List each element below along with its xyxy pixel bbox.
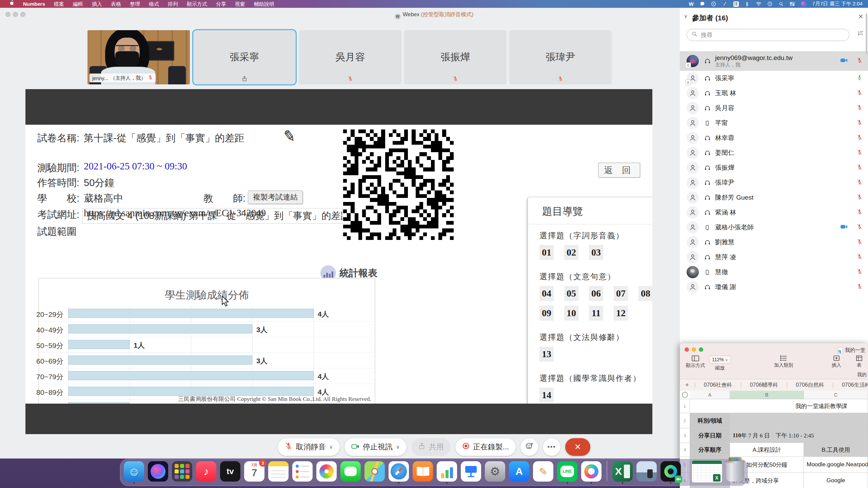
back-button[interactable]: 返 回	[598, 163, 640, 178]
select-all-corner[interactable]	[680, 391, 690, 399]
question-chip-13[interactable]: 13	[539, 347, 554, 362]
dock-item-maps[interactable]	[364, 461, 385, 484]
question-chip-09[interactable]: 09	[539, 306, 554, 321]
mic-muted-icon[interactable]	[856, 268, 863, 276]
table-button[interactable]: 表	[856, 355, 862, 368]
line-icon[interactable]	[700, 1, 705, 7]
participant-row-張振燁[interactable]: 張振燁	[680, 160, 868, 175]
participant-row-紫涵 林[interactable]: 紫涵 林	[680, 205, 868, 220]
column-header-c[interactable]: C	[804, 391, 868, 399]
mic-muted-icon[interactable]	[856, 119, 863, 127]
dock-item-books[interactable]	[413, 461, 433, 484]
sheet-row-1[interactable]: 1 我的一堂遠距教學課	[680, 399, 868, 413]
dock-item-preview[interactable]	[636, 461, 657, 484]
sheet-tab-0706自然科[interactable]: 0706自然科	[788, 382, 832, 389]
participant-row-慧萍 凌[interactable]: 慧萍 凌	[680, 250, 868, 265]
zoom-control[interactable]: 112% ∨ 縮放	[709, 355, 731, 371]
participant-row-玉珉 林[interactable]: 玉珉 林	[680, 86, 868, 101]
sheet-row-4[interactable]: 4 分享順序 A.課程設計 B.工具使用	[680, 443, 868, 457]
dock-item-keynote[interactable]	[461, 461, 481, 484]
participant-row-瓊儀 謝[interactable]: 瓊儀 謝	[680, 280, 868, 294]
view-button[interactable]: 顯示方式	[686, 355, 705, 369]
dock-item-webex-meet[interactable]	[660, 461, 681, 484]
menubar-item-排列[interactable]: 排列	[163, 0, 182, 8]
mic-muted-icon[interactable]	[856, 104, 863, 112]
mic-muted-icon[interactable]	[856, 194, 863, 201]
menubar-item-顯示方式[interactable]: 顯示方式	[182, 0, 212, 8]
close-panel-icon[interactable]: ✕	[858, 13, 863, 20]
video-tile-張振燁[interactable]: 張振燁	[404, 30, 507, 84]
add-sheet-button[interactable]: +	[680, 382, 694, 389]
dock-item-appstore[interactable]: A	[509, 461, 529, 484]
edit-pencil-icon[interactable]: ✎	[282, 127, 297, 146]
question-chip-05[interactable]: 05	[564, 286, 578, 301]
menubar-app-name[interactable]: Numbers	[19, 0, 50, 8]
sheet-row-2[interactable]: 2 科別/領域	[680, 413, 868, 428]
mic-muted-icon[interactable]	[856, 283, 863, 291]
dock-item-launchpad[interactable]	[172, 461, 192, 484]
add-category-button[interactable]: 加入類別	[774, 355, 793, 368]
sheet-row-3[interactable]: 3 分享日期 110 年 7 月 6 日 下午 1:10 - 2:45	[680, 428, 868, 443]
dock-item-excel-window[interactable]: X	[692, 460, 722, 485]
recording-button[interactable]: 正在錄製...	[455, 438, 516, 456]
dock-item-calendar[interactable]: 7月73	[244, 461, 264, 484]
close-window-button[interactable]	[685, 347, 689, 352]
play-icon[interactable]	[711, 1, 716, 7]
wifi-icon[interactable]	[756, 1, 762, 7]
question-chip-04[interactable]: 04	[539, 286, 554, 301]
dock-item-photos[interactable]	[316, 461, 337, 484]
zoom-window-button[interactable]	[699, 347, 703, 352]
dock-item-finder[interactable]: ☺	[124, 461, 144, 484]
scrollbar[interactable]	[866, 14, 867, 54]
mic-muted-icon[interactable]	[856, 179, 863, 186]
leave-meeting-button[interactable]: ✕	[565, 438, 590, 456]
participant-row-慧徹[interactable]: 慧徹	[680, 265, 868, 280]
question-chip-06[interactable]: 06	[589, 286, 603, 301]
sheet-tab-0706輔導科[interactable]: 0706輔導科	[742, 382, 786, 389]
mic-active-icon[interactable]	[856, 75, 863, 82]
dock-item-settings[interactable]: ⚙	[485, 461, 505, 484]
question-chip-07[interactable]: 07	[614, 286, 628, 301]
webex-icon[interactable]: W	[689, 1, 694, 7]
menubar-item-整理[interactable]: 整理	[125, 0, 144, 8]
insert-button[interactable]: 插入	[832, 355, 841, 368]
minimize-window-button[interactable]	[692, 347, 696, 352]
menubar-item-輔助說明[interactable]: 輔助說明	[250, 0, 279, 8]
mic-muted-icon[interactable]	[856, 209, 863, 216]
camera-on-icon[interactable]	[840, 58, 848, 64]
sheet-tab-0706生活科[interactable]: 0706生活科	[834, 382, 868, 389]
menubar-item-插入[interactable]: 插入	[87, 0, 106, 8]
dock-item-messages[interactable]	[340, 461, 361, 484]
participant-row-芊甯[interactable]: 芊甯	[680, 116, 868, 130]
sheet-tab-0706社會科[interactable]: 0706社會科	[696, 382, 741, 389]
control-center-icon[interactable]	[790, 1, 795, 7]
mic-muted-icon[interactable]	[856, 149, 863, 157]
mic-muted-icon[interactable]	[856, 164, 863, 171]
participant-row-張采寧[interactable]: 張采寧	[680, 71, 868, 86]
menubar-clock[interactable]: 7月7日 週三 下午 2:04	[812, 1, 868, 7]
dock-item-music[interactable]: ♪	[196, 461, 216, 484]
participant-row-葳格小張老師[interactable]: 葳格小張老師	[680, 220, 868, 235]
participant-row-吳月容[interactable]: 吳月容	[680, 101, 868, 116]
column-header-a[interactable]: A	[690, 391, 730, 399]
siri-icon[interactable]	[801, 1, 806, 7]
mic-muted-icon[interactable]	[856, 57, 863, 65]
dock-item-webex[interactable]	[581, 461, 601, 484]
question-chip-02[interactable]: 02	[564, 245, 578, 260]
dock-item-excel[interactable]: X	[612, 461, 633, 484]
collapse-chevron-icon[interactable]: ∨	[684, 13, 688, 19]
camera-on-icon[interactable]	[840, 224, 848, 231]
sort-icon[interactable]	[857, 30, 864, 38]
participant-row-張瑋尹[interactable]: 張瑋尹	[680, 175, 868, 190]
more-options-button[interactable]: •••	[543, 438, 560, 456]
dock-item-line[interactable]: LINE	[557, 461, 577, 484]
menubar-item-視窗[interactable]: 視窗	[231, 0, 250, 8]
mic-muted-icon[interactable]	[856, 253, 863, 261]
self-video-tile[interactable]: jenny...（主持人，我）	[87, 30, 190, 84]
participant-row-姜閔仁[interactable]: 姜閔仁	[680, 145, 868, 160]
unmute-button[interactable]: 取消靜音∨	[278, 438, 340, 456]
dock-item-notes[interactable]	[268, 461, 289, 484]
copy-exam-link-button[interactable]: 複製考試連結	[248, 190, 303, 204]
menubar-item-編輯[interactable]: 編輯	[68, 0, 87, 8]
screen-time-icon[interactable]	[767, 1, 773, 7]
